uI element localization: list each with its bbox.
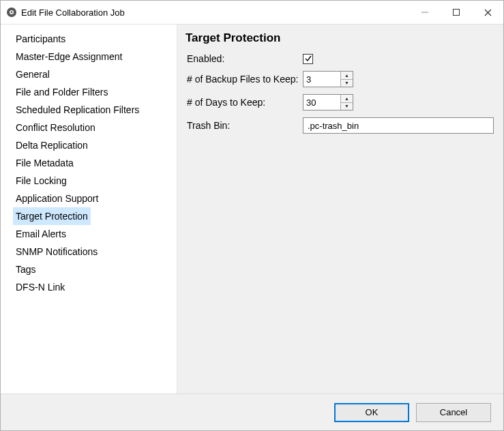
label-days-keep: # of Days to Keep:: [187, 97, 303, 108]
ok-button[interactable]: OK: [334, 403, 409, 422]
titlebar: Edit File Collaboration Job: [1, 1, 503, 24]
spinner-backup-files-value[interactable]: 3: [303, 72, 340, 87]
form-area: Enabled: # of Backup Files to Keep: 3 ▲ …: [177, 53, 503, 140]
sidebar-item-delta-replication[interactable]: Delta Replication: [13, 136, 91, 154]
label-trash-bin: Trash Bin:: [187, 120, 303, 131]
spinner-up-icon[interactable]: ▲: [341, 95, 353, 103]
spinner-days-keep[interactable]: 30 ▲ ▼: [303, 94, 353, 110]
sidebar-item-participants[interactable]: Participants: [13, 30, 68, 48]
sidebar-item-tags[interactable]: Tags: [13, 261, 39, 278]
checkbox-enabled[interactable]: [303, 54, 313, 64]
row-days-keep: # of Days to Keep: 30 ▲ ▼: [187, 94, 494, 110]
sidebar-item-application-support[interactable]: Application Support: [13, 190, 101, 207]
cancel-button[interactable]: Cancel: [416, 403, 491, 422]
sidebar: Participants Master-Edge Assignment Gene…: [1, 25, 177, 393]
close-button[interactable]: [472, 1, 503, 24]
spinner-up-icon[interactable]: ▲: [341, 72, 353, 80]
dialog-window: Edit File Collaboration Job Participants…: [0, 0, 504, 431]
sidebar-item-scheduled-replication-filters[interactable]: Scheduled Replication Filters: [13, 101, 142, 119]
svg-rect-4: [454, 10, 460, 16]
spinner-down-icon[interactable]: ▼: [341, 80, 353, 87]
sidebar-item-file-locking[interactable]: File Locking: [13, 172, 70, 190]
spinner-days-keep-value[interactable]: 30: [303, 95, 340, 110]
sidebar-item-snmp-notifications[interactable]: SNMP Notifications: [13, 243, 100, 261]
row-trash-bin: Trash Bin: .pc-trash_bin: [187, 117, 494, 134]
content-panel: Target Protection Enabled: # of Backup F…: [177, 25, 503, 393]
checkmark-icon: [304, 55, 312, 63]
minimize-button[interactable]: [409, 1, 441, 24]
sidebar-item-dfs-n-link[interactable]: DFS-N Link: [13, 278, 68, 296]
spinner-down-icon[interactable]: ▼: [341, 103, 353, 110]
dialog-body: Participants Master-Edge Assignment Gene…: [1, 24, 503, 393]
sidebar-item-master-edge-assignment[interactable]: Master-Edge Assignment: [13, 48, 125, 65]
sidebar-item-target-protection[interactable]: Target Protection: [13, 207, 91, 225]
svg-point-2: [11, 12, 13, 14]
sidebar-item-general[interactable]: General: [13, 65, 53, 83]
maximize-button[interactable]: [441, 1, 472, 24]
label-enabled: Enabled:: [187, 53, 303, 64]
spinner-backup-files[interactable]: 3 ▲ ▼: [303, 71, 353, 87]
label-backup-files: # of Backup Files to Keep:: [187, 74, 303, 85]
sidebar-item-file-and-folder-filters[interactable]: File and Folder Filters: [13, 83, 110, 101]
section-title: Target Protection: [177, 25, 503, 53]
window-controls: [409, 1, 503, 24]
sidebar-item-email-alerts[interactable]: Email Alerts: [13, 225, 69, 243]
input-trash-bin[interactable]: .pc-trash_bin: [303, 117, 494, 134]
sidebar-item-conflict-resolution[interactable]: Conflict Resolution: [13, 119, 98, 136]
sidebar-item-file-metadata[interactable]: File Metadata: [13, 154, 76, 172]
row-backup-files: # of Backup Files to Keep: 3 ▲ ▼: [187, 71, 494, 87]
footer: OK Cancel: [1, 393, 503, 430]
row-enabled: Enabled:: [187, 53, 494, 64]
app-icon: [6, 7, 17, 18]
window-title: Edit File Collaboration Job: [21, 8, 125, 18]
